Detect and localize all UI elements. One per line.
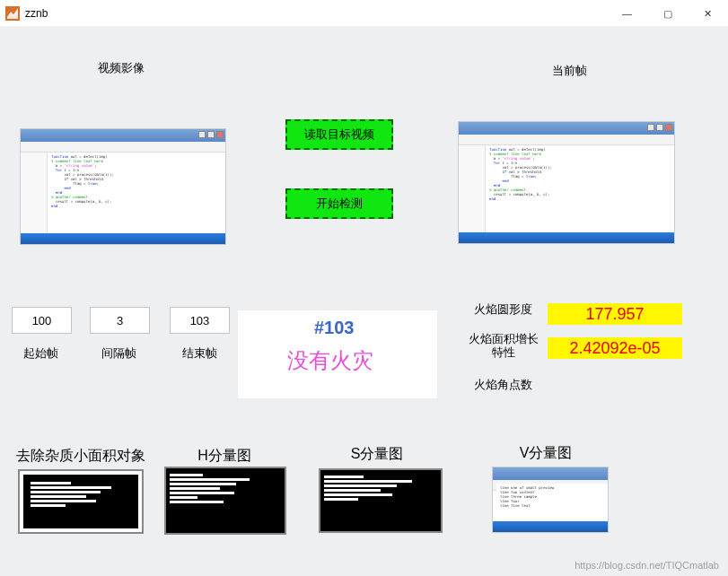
detection-result-text: 没有火灾	[287, 346, 373, 375]
start-detect-button[interactable]: 开始检测	[285, 188, 393, 219]
circularity-label: 火焰圆形度	[467, 301, 539, 318]
video-label: 视频影像	[85, 60, 157, 76]
area-growth-label: 火焰面积增长特性	[465, 332, 541, 359]
corners-label: 火焰角点数	[467, 377, 539, 393]
h-map-label: H分量图	[180, 447, 269, 466]
minimize-button[interactable]: —	[607, 0, 647, 27]
start-frame-input[interactable]: 100	[12, 307, 72, 334]
window-title: zznb	[25, 7, 48, 20]
matlab-icon	[5, 6, 20, 21]
start-frame-label: 起始帧	[13, 345, 67, 362]
close-button[interactable]: ✕	[688, 0, 728, 27]
video-thumbnail: function out = detect(img) % comment lin…	[20, 128, 226, 245]
watermark-text: https://blog.csdn.net/TIQCmatlab	[575, 560, 719, 571]
circularity-value: 177.957	[548, 303, 682, 325]
interval-frame-label: 间隔帧	[92, 345, 145, 362]
end-frame-input[interactable]: 103	[170, 307, 230, 334]
read-video-button[interactable]: 读取目标视频	[285, 119, 393, 150]
maximize-button[interactable]: ▢	[647, 0, 688, 27]
h-map-thumbnail	[164, 467, 286, 535]
s-map-label: S分量图	[332, 445, 422, 464]
s-map-thumbnail	[319, 468, 443, 533]
frame-id-text: #103	[314, 318, 355, 338]
v-map-thumbnail: line one of small preview line two conte…	[492, 467, 609, 533]
end-frame-label: 结束帧	[172, 345, 226, 362]
current-frame-thumbnail: function out = detect(img) % comment lin…	[458, 121, 675, 244]
current-frame-label: 当前帧	[542, 63, 596, 79]
area-growth-value: 2.42092e-05	[548, 337, 682, 359]
interval-frame-input[interactable]: 3	[90, 307, 150, 334]
figure-canvas: 视频影像 当前帧 function out = detect(img) % co…	[0, 27, 728, 576]
title-bar: zznb — ▢ ✕	[0, 0, 728, 27]
remove-small-thumbnail	[18, 469, 144, 534]
remove-small-label: 去除杂质小面积对象	[2, 447, 159, 466]
v-map-label: V分量图	[501, 444, 591, 463]
